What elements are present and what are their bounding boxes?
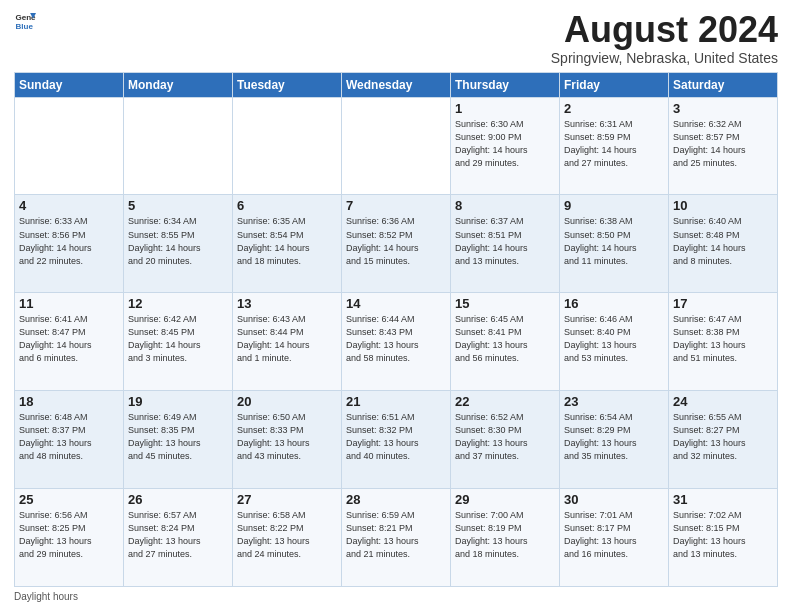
header-cell-friday: Friday [560, 72, 669, 97]
day-info: Sunrise: 6:52 AM Sunset: 8:30 PM Dayligh… [455, 411, 555, 463]
day-cell: 20Sunrise: 6:50 AM Sunset: 8:33 PM Dayli… [233, 391, 342, 489]
day-number: 24 [673, 394, 773, 409]
day-number: 8 [455, 198, 555, 213]
day-cell: 28Sunrise: 6:59 AM Sunset: 8:21 PM Dayli… [342, 489, 451, 587]
header-cell-tuesday: Tuesday [233, 72, 342, 97]
day-number: 22 [455, 394, 555, 409]
day-number: 4 [19, 198, 119, 213]
day-info: Sunrise: 6:31 AM Sunset: 8:59 PM Dayligh… [564, 118, 664, 170]
logo-icon: General Blue [14, 10, 36, 32]
week-row-0: 1Sunrise: 6:30 AM Sunset: 9:00 PM Daylig… [15, 97, 778, 195]
day-cell: 19Sunrise: 6:49 AM Sunset: 8:35 PM Dayli… [124, 391, 233, 489]
day-cell: 4Sunrise: 6:33 AM Sunset: 8:56 PM Daylig… [15, 195, 124, 293]
day-info: Sunrise: 6:48 AM Sunset: 8:37 PM Dayligh… [19, 411, 119, 463]
day-cell: 17Sunrise: 6:47 AM Sunset: 8:38 PM Dayli… [669, 293, 778, 391]
day-info: Sunrise: 6:45 AM Sunset: 8:41 PM Dayligh… [455, 313, 555, 365]
day-info: Sunrise: 6:34 AM Sunset: 8:55 PM Dayligh… [128, 215, 228, 267]
week-row-2: 11Sunrise: 6:41 AM Sunset: 8:47 PM Dayli… [15, 293, 778, 391]
day-cell: 3Sunrise: 6:32 AM Sunset: 8:57 PM Daylig… [669, 97, 778, 195]
day-info: Sunrise: 6:30 AM Sunset: 9:00 PM Dayligh… [455, 118, 555, 170]
day-number: 16 [564, 296, 664, 311]
day-cell: 18Sunrise: 6:48 AM Sunset: 8:37 PM Dayli… [15, 391, 124, 489]
day-number: 21 [346, 394, 446, 409]
day-number: 9 [564, 198, 664, 213]
day-cell: 8Sunrise: 6:37 AM Sunset: 8:51 PM Daylig… [451, 195, 560, 293]
day-number: 14 [346, 296, 446, 311]
day-number: 28 [346, 492, 446, 507]
day-cell [233, 97, 342, 195]
day-number: 2 [564, 101, 664, 116]
day-cell: 30Sunrise: 7:01 AM Sunset: 8:17 PM Dayli… [560, 489, 669, 587]
day-cell: 5Sunrise: 6:34 AM Sunset: 8:55 PM Daylig… [124, 195, 233, 293]
day-info: Sunrise: 7:02 AM Sunset: 8:15 PM Dayligh… [673, 509, 773, 561]
day-info: Sunrise: 6:41 AM Sunset: 8:47 PM Dayligh… [19, 313, 119, 365]
day-info: Sunrise: 6:42 AM Sunset: 8:45 PM Dayligh… [128, 313, 228, 365]
week-row-3: 18Sunrise: 6:48 AM Sunset: 8:37 PM Dayli… [15, 391, 778, 489]
day-cell: 13Sunrise: 6:43 AM Sunset: 8:44 PM Dayli… [233, 293, 342, 391]
day-number: 10 [673, 198, 773, 213]
day-cell: 10Sunrise: 6:40 AM Sunset: 8:48 PM Dayli… [669, 195, 778, 293]
day-info: Sunrise: 7:00 AM Sunset: 8:19 PM Dayligh… [455, 509, 555, 561]
day-info: Sunrise: 6:46 AM Sunset: 8:40 PM Dayligh… [564, 313, 664, 365]
logo: General Blue [14, 10, 36, 32]
daylight-label: Daylight hours [14, 591, 78, 602]
header-cell-wednesday: Wednesday [342, 72, 451, 97]
day-cell [124, 97, 233, 195]
day-cell: 1Sunrise: 6:30 AM Sunset: 9:00 PM Daylig… [451, 97, 560, 195]
day-number: 25 [19, 492, 119, 507]
day-number: 20 [237, 394, 337, 409]
day-number: 27 [237, 492, 337, 507]
footer: Daylight hours [14, 591, 778, 602]
day-info: Sunrise: 6:32 AM Sunset: 8:57 PM Dayligh… [673, 118, 773, 170]
day-info: Sunrise: 6:37 AM Sunset: 8:51 PM Dayligh… [455, 215, 555, 267]
calendar-table: SundayMondayTuesdayWednesdayThursdayFrid… [14, 72, 778, 587]
day-cell: 27Sunrise: 6:58 AM Sunset: 8:22 PM Dayli… [233, 489, 342, 587]
calendar-subtitle: Springview, Nebraska, United States [551, 50, 778, 66]
week-row-4: 25Sunrise: 6:56 AM Sunset: 8:25 PM Dayli… [15, 489, 778, 587]
day-info: Sunrise: 6:43 AM Sunset: 8:44 PM Dayligh… [237, 313, 337, 365]
day-cell: 16Sunrise: 6:46 AM Sunset: 8:40 PM Dayli… [560, 293, 669, 391]
day-cell: 9Sunrise: 6:38 AM Sunset: 8:50 PM Daylig… [560, 195, 669, 293]
day-number: 31 [673, 492, 773, 507]
day-number: 30 [564, 492, 664, 507]
day-info: Sunrise: 6:56 AM Sunset: 8:25 PM Dayligh… [19, 509, 119, 561]
page: General Blue August 2024 Springview, Neb… [0, 0, 792, 612]
day-info: Sunrise: 6:51 AM Sunset: 8:32 PM Dayligh… [346, 411, 446, 463]
svg-text:Blue: Blue [15, 22, 33, 31]
day-number: 15 [455, 296, 555, 311]
day-info: Sunrise: 7:01 AM Sunset: 8:17 PM Dayligh… [564, 509, 664, 561]
day-number: 7 [346, 198, 446, 213]
day-cell: 29Sunrise: 7:00 AM Sunset: 8:19 PM Dayli… [451, 489, 560, 587]
header-cell-saturday: Saturday [669, 72, 778, 97]
title-block: August 2024 Springview, Nebraska, United… [551, 10, 778, 66]
day-info: Sunrise: 6:59 AM Sunset: 8:21 PM Dayligh… [346, 509, 446, 561]
day-info: Sunrise: 6:49 AM Sunset: 8:35 PM Dayligh… [128, 411, 228, 463]
day-number: 18 [19, 394, 119, 409]
day-cell: 31Sunrise: 7:02 AM Sunset: 8:15 PM Dayli… [669, 489, 778, 587]
header-cell-sunday: Sunday [15, 72, 124, 97]
day-cell: 22Sunrise: 6:52 AM Sunset: 8:30 PM Dayli… [451, 391, 560, 489]
day-number: 19 [128, 394, 228, 409]
day-info: Sunrise: 6:40 AM Sunset: 8:48 PM Dayligh… [673, 215, 773, 267]
header-cell-thursday: Thursday [451, 72, 560, 97]
day-info: Sunrise: 6:50 AM Sunset: 8:33 PM Dayligh… [237, 411, 337, 463]
day-cell: 11Sunrise: 6:41 AM Sunset: 8:47 PM Dayli… [15, 293, 124, 391]
day-cell [342, 97, 451, 195]
day-info: Sunrise: 6:55 AM Sunset: 8:27 PM Dayligh… [673, 411, 773, 463]
day-info: Sunrise: 6:54 AM Sunset: 8:29 PM Dayligh… [564, 411, 664, 463]
day-number: 5 [128, 198, 228, 213]
day-info: Sunrise: 6:44 AM Sunset: 8:43 PM Dayligh… [346, 313, 446, 365]
day-number: 23 [564, 394, 664, 409]
day-cell: 15Sunrise: 6:45 AM Sunset: 8:41 PM Dayli… [451, 293, 560, 391]
day-info: Sunrise: 6:36 AM Sunset: 8:52 PM Dayligh… [346, 215, 446, 267]
day-cell: 2Sunrise: 6:31 AM Sunset: 8:59 PM Daylig… [560, 97, 669, 195]
day-cell: 14Sunrise: 6:44 AM Sunset: 8:43 PM Dayli… [342, 293, 451, 391]
day-info: Sunrise: 6:58 AM Sunset: 8:22 PM Dayligh… [237, 509, 337, 561]
week-row-1: 4Sunrise: 6:33 AM Sunset: 8:56 PM Daylig… [15, 195, 778, 293]
day-cell: 12Sunrise: 6:42 AM Sunset: 8:45 PM Dayli… [124, 293, 233, 391]
day-cell: 26Sunrise: 6:57 AM Sunset: 8:24 PM Dayli… [124, 489, 233, 587]
day-info: Sunrise: 6:57 AM Sunset: 8:24 PM Dayligh… [128, 509, 228, 561]
day-number: 3 [673, 101, 773, 116]
day-number: 17 [673, 296, 773, 311]
day-number: 29 [455, 492, 555, 507]
